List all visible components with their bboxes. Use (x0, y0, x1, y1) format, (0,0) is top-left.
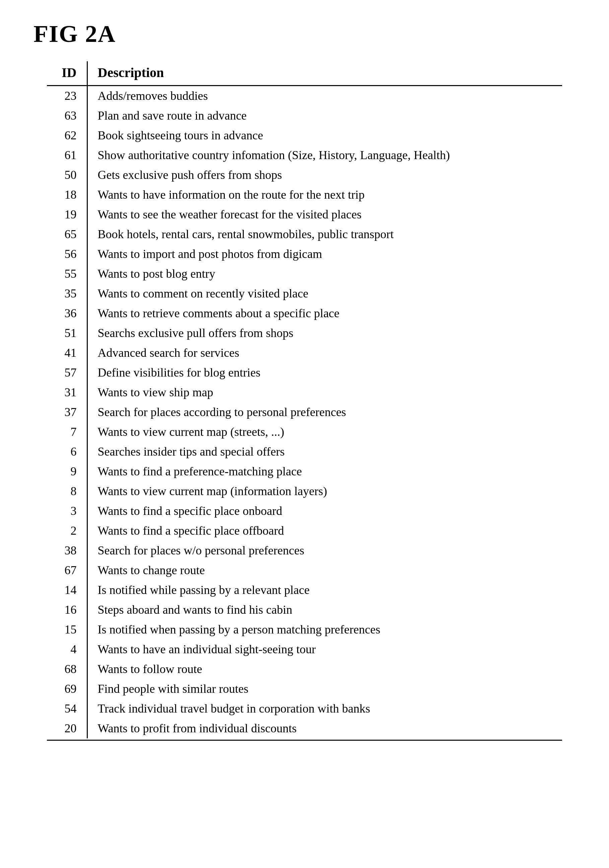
row-description: Wants to change route (87, 561, 562, 580)
table-row: 9Wants to find a preference-matching pla… (47, 462, 562, 481)
row-description: Define visibilities for blog entries (87, 363, 562, 383)
row-description: Book sightseeing tours in advance (87, 126, 562, 146)
row-description: Book hotels, rental cars, rental snowmob… (87, 225, 562, 244)
table-row: 51Searchs exclusive pull offers from sho… (47, 323, 562, 343)
row-id: 61 (47, 146, 87, 165)
main-table-container: ID Description 23Adds/removes buddies63P… (47, 61, 562, 741)
row-description: Wants to import and post photos from dig… (87, 244, 562, 264)
row-id: 15 (47, 620, 87, 640)
row-description: Search for places w/o personal preferenc… (87, 541, 562, 561)
description-column-header: Description (87, 61, 562, 86)
row-id: 67 (47, 561, 87, 580)
table-row: 6Searches insider tips and special offer… (47, 442, 562, 462)
row-id: 23 (47, 86, 87, 106)
table-row: 3Wants to find a specific place onboard (47, 501, 562, 521)
row-description: Wants to have information on the route f… (87, 185, 562, 205)
row-description: Wants to post blog entry (87, 264, 562, 284)
table-row: 37Search for places according to persona… (47, 402, 562, 422)
row-description: Wants to find a specific place onboard (87, 501, 562, 521)
table-row: 16Steps aboard and wants to find his cab… (47, 600, 562, 620)
row-id: 56 (47, 244, 87, 264)
table-row: 61Show authoritative country infomation … (47, 146, 562, 165)
row-description: Plan and save route in advance (87, 106, 562, 126)
table-row: 31Wants to view ship map (47, 383, 562, 402)
table-row: 35Wants to comment on recently visited p… (47, 284, 562, 304)
row-description: Wants to view current map (information l… (87, 481, 562, 501)
row-description: Wants to comment on recently visited pla… (87, 284, 562, 304)
table-row: 23Adds/removes buddies (47, 86, 562, 106)
row-id: 16 (47, 600, 87, 620)
row-description: Gets exclusive push offers from shops (87, 165, 562, 185)
table-row: 55Wants to post blog entry (47, 264, 562, 284)
row-description: Wants to view current map (streets, ...) (87, 422, 562, 442)
row-id: 62 (47, 126, 87, 146)
table-row: 65Book hotels, rental cars, rental snowm… (47, 225, 562, 244)
table-row: 63Plan and save route in advance (47, 106, 562, 126)
row-id: 19 (47, 205, 87, 225)
row-id: 6 (47, 442, 87, 462)
row-description: Adds/removes buddies (87, 86, 562, 106)
row-description: Wants to follow route (87, 659, 562, 679)
table-row: 14Is notified while passing by a relevan… (47, 580, 562, 600)
row-id: 9 (47, 462, 87, 481)
table-row: 15Is notified when passing by a person m… (47, 620, 562, 640)
row-id: 37 (47, 402, 87, 422)
row-id: 65 (47, 225, 87, 244)
row-id: 51 (47, 323, 87, 343)
row-description: Find people with similar routes (87, 679, 562, 699)
row-id: 38 (47, 541, 87, 561)
row-description: Track individual travel budget in corpor… (87, 699, 562, 719)
table-row: 54Track individual travel budget in corp… (47, 699, 562, 719)
table-row: 68Wants to follow route (47, 659, 562, 679)
table-header-row: ID Description (47, 61, 562, 86)
row-description: Wants to find a specific place offboard (87, 521, 562, 541)
row-description: Searches insider tips and special offers (87, 442, 562, 462)
row-id: 54 (47, 699, 87, 719)
row-description: Show authoritative country infomation (S… (87, 146, 562, 165)
table-row: 38Search for places w/o personal prefere… (47, 541, 562, 561)
row-id: 3 (47, 501, 87, 521)
row-description: Wants to retrieve comments about a speci… (87, 304, 562, 323)
row-id: 2 (47, 521, 87, 541)
table-row: 50Gets exclusive push offers from shops (47, 165, 562, 185)
table-row: 62Book sightseeing tours in advance (47, 126, 562, 146)
row-description: Search for places according to personal … (87, 402, 562, 422)
row-id: 31 (47, 383, 87, 402)
row-id: 63 (47, 106, 87, 126)
row-description: Wants to see the weather forecast for th… (87, 205, 562, 225)
id-column-header: ID (47, 61, 87, 86)
row-id: 68 (47, 659, 87, 679)
table-bottom-border (47, 740, 562, 741)
table-row: 4Wants to have an individual sight-seein… (47, 640, 562, 659)
row-description: Steps aboard and wants to find his cabin (87, 600, 562, 620)
row-id: 14 (47, 580, 87, 600)
row-description: Wants to find a preference-matching plac… (87, 462, 562, 481)
table-row: 2Wants to find a specific place offboard (47, 521, 562, 541)
table-row: 67Wants to change route (47, 561, 562, 580)
row-id: 69 (47, 679, 87, 699)
row-description: Wants to profit from individual discount… (87, 719, 562, 738)
row-description: Is notified when passing by a person mat… (87, 620, 562, 640)
row-id: 50 (47, 165, 87, 185)
row-id: 4 (47, 640, 87, 659)
table-row: 57Define visibilities for blog entries (47, 363, 562, 383)
row-id: 20 (47, 719, 87, 738)
row-description: Wants to view ship map (87, 383, 562, 402)
table-row: 20Wants to profit from individual discou… (47, 719, 562, 738)
table-row: 36Wants to retrieve comments about a spe… (47, 304, 562, 323)
row-id: 35 (47, 284, 87, 304)
row-id: 8 (47, 481, 87, 501)
table-row: 41Advanced search for services (47, 343, 562, 363)
row-description: Is notified while passing by a relevant … (87, 580, 562, 600)
table-row: 8Wants to view current map (information … (47, 481, 562, 501)
row-id: 36 (47, 304, 87, 323)
page-title: FIG 2A (34, 20, 582, 48)
row-id: 57 (47, 363, 87, 383)
data-table: ID Description 23Adds/removes buddies63P… (47, 61, 562, 738)
table-row: 56Wants to import and post photos from d… (47, 244, 562, 264)
table-row: 69Find people with similar routes (47, 679, 562, 699)
row-id: 7 (47, 422, 87, 442)
row-id: 55 (47, 264, 87, 284)
table-row: 18Wants to have information on the route… (47, 185, 562, 205)
row-id: 41 (47, 343, 87, 363)
